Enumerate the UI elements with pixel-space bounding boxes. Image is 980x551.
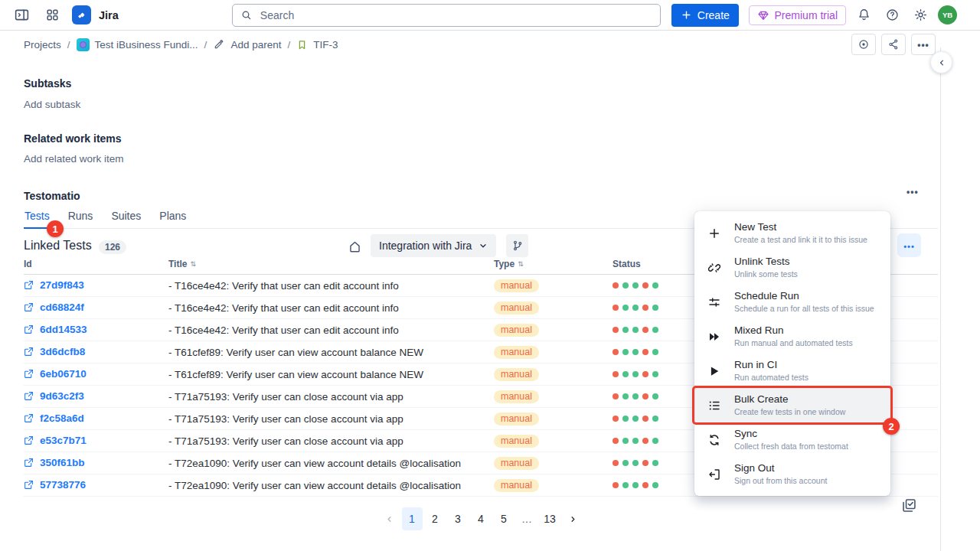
- test-id-link[interactable]: 57738776: [24, 479, 86, 491]
- menu-item-sign-out[interactable]: Sign Out Sign out from this account: [694, 457, 890, 491]
- menu-item-new-test[interactable]: New Test Create a test and link it it to…: [694, 216, 890, 250]
- menu-item-unlink-tests[interactable]: Unlink Tests Unlink some tests: [694, 250, 890, 285]
- breadcrumb-projects-link[interactable]: Projects: [24, 39, 61, 51]
- menu-item-run-in-ci[interactable]: Run in CI Run automated tests: [694, 354, 890, 388]
- page-button-1[interactable]: 1: [402, 507, 423, 530]
- watch-eye-button[interactable]: [851, 34, 876, 55]
- add-related-work-item-link[interactable]: Add related work item: [24, 153, 124, 165]
- external-link-icon: [24, 413, 34, 423]
- add-parent-button[interactable]: Add parent: [213, 38, 281, 51]
- external-link-icon: [24, 280, 34, 290]
- linked-tests-title: Linked Tests: [24, 239, 92, 253]
- menu-item-icon: [694, 364, 734, 378]
- tab-runs[interactable]: Runs: [67, 210, 94, 229]
- ellipsis-icon: [906, 185, 919, 197]
- settings-gear-icon[interactable]: [910, 5, 931, 26]
- ellipsis-icon: [917, 39, 929, 51]
- test-id-link[interactable]: 9d63c2f3: [24, 390, 84, 402]
- search-input[interactable]: [259, 8, 652, 22]
- page-button-5[interactable]: 5: [494, 507, 514, 530]
- testomatio-more-button[interactable]: [906, 185, 919, 197]
- linked-tests-count-badge: 126: [99, 240, 126, 254]
- jira-issue-page: Jira Create Premium trial: [0, 0, 980, 551]
- premium-trial-button[interactable]: Premium trial: [749, 5, 846, 25]
- test-id-link[interactable]: 6dd14533: [24, 324, 87, 335]
- menu-item-icon: [694, 295, 734, 309]
- test-title: - T16ce4e42: Verify that user can edit a…: [168, 302, 494, 314]
- subtasks-title: Subtasks: [24, 77, 71, 90]
- menu-item-icon: [694, 330, 734, 344]
- menu-item-schedule-run[interactable]: Schedule Run Schedule a run for all test…: [694, 285, 890, 319]
- column-header-title[interactable]: Title: [168, 259, 494, 269]
- tab-suites[interactable]: Suites: [110, 210, 142, 229]
- page-button-3[interactable]: 3: [448, 507, 469, 530]
- external-link-icon: [24, 435, 34, 445]
- menu-item-bulk-create[interactable]: Bulk Create Create few tests in one wind…: [694, 388, 890, 422]
- bookmark-icon: [296, 39, 308, 51]
- test-title: - T71a75193: Verify user can close accou…: [168, 413, 494, 425]
- project-selector-dropdown[interactable]: Integration with Jira: [371, 234, 496, 257]
- breadcrumb-more-button[interactable]: [911, 34, 936, 55]
- linked-tests-more-button[interactable]: [897, 233, 921, 257]
- previous-page-button[interactable]: [379, 507, 400, 530]
- breadcrumb-separator: /: [67, 39, 70, 51]
- external-link-icon: [24, 369, 34, 379]
- test-id-link[interactable]: e53c7b71: [24, 435, 87, 446]
- page-button-13[interactable]: 13: [540, 507, 560, 530]
- test-id-link[interactable]: cd68824f: [24, 302, 84, 313]
- top-navigation-bar: Jira Create Premium trial: [0, 0, 980, 31]
- column-header-type[interactable]: Type: [494, 259, 612, 269]
- test-title: - T71a75193: Verify user can close accou…: [168, 391, 494, 403]
- type-badge: manual: [494, 346, 539, 359]
- page-button[interactable]: …: [517, 507, 537, 530]
- issue-key-link[interactable]: TIF-3: [296, 39, 338, 51]
- share-button[interactable]: [881, 34, 906, 55]
- menu-item-icon: [694, 261, 734, 275]
- type-badge: manual: [494, 435, 539, 448]
- external-link-icon: [24, 324, 34, 334]
- collapse-panel-button[interactable]: [930, 51, 952, 73]
- testomatio-title: Testomatio: [24, 190, 80, 202]
- pencil-edit-icon: [213, 38, 225, 51]
- add-subtask-link[interactable]: Add subtask: [24, 99, 80, 110]
- type-badge: manual: [494, 390, 539, 403]
- app-name: Jira: [99, 9, 119, 21]
- home-icon-button[interactable]: [345, 236, 364, 256]
- next-page-button[interactable]: [563, 507, 583, 530]
- test-title: - T61cfef89: Verify user can view accoun…: [168, 347, 494, 358]
- sidebar-toggle-icon[interactable]: [11, 5, 32, 26]
- gem-icon: [757, 9, 769, 21]
- right-panel-divider: [940, 47, 941, 551]
- test-id-link[interactable]: f2c58a6d: [24, 412, 84, 424]
- branch-button[interactable]: [506, 234, 528, 257]
- test-id-link[interactable]: 3d6dcfb8: [24, 346, 85, 357]
- help-icon[interactable]: [881, 5, 903, 26]
- notifications-bell-icon[interactable]: [853, 5, 874, 26]
- type-badge: manual: [494, 479, 539, 492]
- page-button-4[interactable]: 4: [471, 507, 492, 530]
- page-button-2[interactable]: 2: [425, 507, 446, 530]
- test-title: - T72ea1090: Verify user can view accoun…: [168, 480, 494, 491]
- topbar-right-group: Premium trial YB: [749, 5, 969, 26]
- sort-icon: [518, 260, 524, 268]
- create-button[interactable]: Create: [671, 4, 739, 27]
- test-id-link[interactable]: 6eb06710: [24, 368, 87, 380]
- tab-plans[interactable]: Plans: [158, 210, 187, 229]
- breadcrumb-project-link[interactable]: Test iBusiness Fundi...: [77, 38, 198, 51]
- menu-item-sync[interactable]: Sync Collect fresh data from testomat: [694, 422, 890, 457]
- test-title: - T16ce4e42: Verify that user can edit a…: [168, 280, 494, 292]
- app-switcher-icon[interactable]: [41, 5, 63, 26]
- external-link-icon: [24, 391, 34, 401]
- user-avatar[interactable]: YB: [938, 5, 957, 24]
- type-badge: manual: [494, 324, 539, 337]
- breadcrumb-separator: /: [287, 39, 290, 51]
- menu-item-mixed-run[interactable]: Mixed Run Run manual and automated tests: [694, 319, 890, 354]
- bulk-select-button[interactable]: [901, 497, 917, 514]
- test-id-link[interactable]: 27d9f843: [24, 279, 84, 291]
- external-link-icon: [24, 458, 34, 468]
- topbar-left-group: Jira: [11, 5, 119, 26]
- jira-logo-icon[interactable]: [72, 5, 91, 24]
- test-id-link[interactable]: 350f61bb: [24, 457, 85, 468]
- search-box[interactable]: [232, 4, 661, 27]
- menu-item-icon: [694, 399, 734, 412]
